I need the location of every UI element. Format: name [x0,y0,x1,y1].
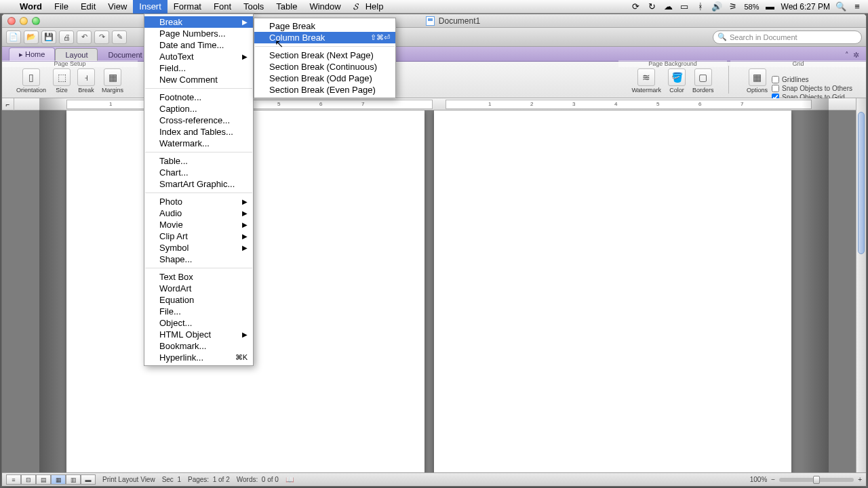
bluetooth-icon[interactable]: ᚼ [695,1,706,12]
menu-edit[interactable]: Edit [75,0,102,14]
page-2[interactable]: 2 [434,110,792,472]
mi-index-tables[interactable]: Index and Tables... [144,126,253,138]
mi-cross-reference[interactable]: Cross-reference... [144,115,253,126]
mi-section-break-even[interactable]: Section Break (Even Page) [254,84,395,96]
mi-column-break[interactable]: Column Break⇧⌘⏎ [254,32,395,43]
tab-selector[interactable]: ⌐ [2,98,14,110]
mi-page-break[interactable]: Page Break [254,20,395,32]
menu-file[interactable]: File [48,0,75,14]
mi-watermark[interactable]: Watermark... [144,138,253,149]
wifi-icon[interactable]: ⚞ [728,1,738,12]
mi-autotext[interactable]: AutoText▶ [144,51,253,62]
mi-field[interactable]: Field... [144,62,253,74]
word-count[interactable]: 0 of 0 [262,476,279,483]
ruler-page-2[interactable]: 1234567 [446,100,812,109]
redo-button[interactable]: ↷ [94,30,109,44]
mi-new-comment[interactable]: New Comment [144,74,253,85]
open-button[interactable]: 📂 [24,30,39,44]
print-layout-view-button[interactable]: ▦ [51,474,66,485]
mi-page-numbers[interactable]: Page Numbers... [144,28,253,39]
volume-icon[interactable]: 🔊 [711,1,722,12]
tab-layout[interactable]: Layout [55,48,98,61]
mi-date-time[interactable]: Date and Time... [144,39,253,51]
new-doc-button[interactable]: 📄 [6,30,21,44]
pages-indicator[interactable]: 1 of 2 [213,476,230,483]
vertical-scrollbar[interactable] [856,98,866,472]
grid-options-button[interactable]: ▦Options [744,68,770,101]
zoom-level[interactable]: 100% [750,476,768,483]
mi-wordart[interactable]: WordArt [144,283,253,294]
mi-section-break-odd[interactable]: Section Break (Odd Page) [254,73,395,84]
save-button[interactable]: 💾 [41,30,56,44]
ribbon-settings-icon[interactable]: ✲ [853,51,859,60]
script-menu-icon[interactable]: 𝓢 [347,0,359,14]
mi-footnote[interactable]: Footnote... [144,92,253,103]
notifications-icon[interactable]: ≡ [852,1,863,12]
menubar-clock[interactable]: Wed 6:27 PM [781,2,830,12]
gridlines-checkbox[interactable]: Gridlines [772,76,852,83]
zoom-button[interactable] [32,17,40,25]
menu-tools[interactable]: Tools [237,0,270,14]
mi-break[interactable]: Break▶ [144,16,253,28]
orientation-button[interactable]: ▯Orientation [14,68,49,94]
menu-help[interactable]: Help [359,0,390,14]
color-button[interactable]: 🪣Color [665,68,688,94]
undo-button[interactable]: ↶ [77,30,92,44]
spell-check-icon[interactable]: 📖 [285,476,294,483]
mi-table[interactable]: Table... [144,155,253,167]
borders-button[interactable]: ▢Borders [690,68,717,94]
zoom-out-button[interactable]: − [771,476,775,483]
notebook-view-button[interactable]: ▥ [66,474,81,485]
document-search[interactable]: 🔍 Search in Document [713,30,862,44]
margins-button[interactable]: ▦Margins [99,68,126,94]
publishing-view-button[interactable]: ▤ [36,474,51,485]
menu-format[interactable]: Format [167,0,208,14]
menu-insert[interactable]: Insert [133,0,167,14]
print-button[interactable]: 🖨 [59,30,74,44]
zoom-slider[interactable] [779,478,854,482]
mi-hyperlink[interactable]: Hyperlink...⌘K [144,352,253,363]
mi-object[interactable]: Object... [144,317,253,329]
mi-photo[interactable]: Photo▶ [144,196,253,207]
menu-table[interactable]: Table [270,0,303,14]
battery-icon[interactable]: ▬ [765,1,776,12]
mi-section-break-next[interactable]: Section Break (Next Page) [254,49,395,61]
mi-bookmark[interactable]: Bookmark... [144,340,253,352]
menu-window[interactable]: Window [303,0,347,14]
snap-others-checkbox[interactable]: Snap Objects to Others [772,85,852,92]
menu-font[interactable]: Font [208,0,237,14]
watermark-button[interactable]: ≋Watermark [629,68,664,94]
spotlight-icon[interactable]: 🔍 [835,1,846,12]
display-icon[interactable]: ▭ [679,1,690,12]
mi-shape[interactable]: Shape... [144,253,253,265]
quicktime-icon[interactable]: ⟳ [630,1,641,12]
mi-caption[interactable]: Caption... [144,103,253,115]
mi-audio[interactable]: Audio▶ [144,207,253,219]
focus-view-button[interactable]: ▬ [81,474,96,485]
menu-view[interactable]: View [102,0,133,14]
break-button[interactable]: ⫞Break [75,68,98,94]
mi-file[interactable]: File... [144,306,253,317]
mi-clipart[interactable]: Clip Art▶ [144,230,253,242]
ribbon-collapse-icon[interactable]: ˄ [845,51,849,60]
tab-home[interactable]: ▸ Home [9,47,55,61]
zoom-in-button[interactable]: + [858,476,862,483]
outline-view-button[interactable]: ⊟ [21,474,36,485]
close-button[interactable] [7,17,16,25]
mi-section-break-continuous[interactable]: Section Break (Continuous) [254,61,395,73]
mi-textbox[interactable]: Text Box [144,271,253,283]
format-painter-button[interactable]: ✎ [112,30,127,44]
mi-chart[interactable]: Chart... [144,167,253,178]
mi-html-object[interactable]: HTML Object▶ [144,329,253,340]
sync-icon[interactable]: ↻ [646,1,657,12]
size-button[interactable]: ⬚Size [50,68,73,94]
mi-symbol[interactable]: Symbol▶ [144,242,253,253]
mi-equation[interactable]: Equation [144,294,253,306]
scrollbar-thumb[interactable] [858,112,865,254]
minimize-button[interactable] [20,17,28,25]
cloud-icon[interactable]: ☁ [663,1,673,12]
mi-smartart[interactable]: SmartArt Graphic... [144,178,253,190]
app-name[interactable]: Word [14,1,48,12]
draft-view-button[interactable]: ≡ [6,474,21,485]
mi-movie[interactable]: Movie▶ [144,219,253,230]
